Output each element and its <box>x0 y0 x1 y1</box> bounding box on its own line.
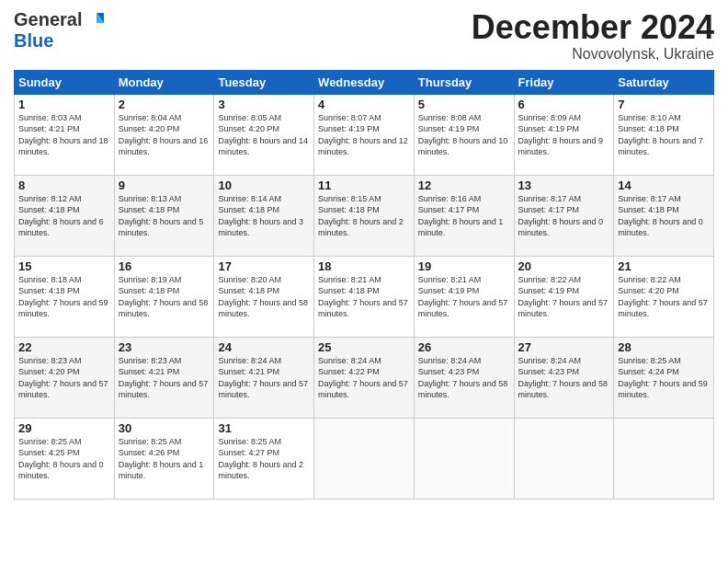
day-number: 29 <box>18 421 110 435</box>
logo: General Blue <box>14 9 104 52</box>
table-row: 7 Sunrise: 8:10 AM Sunset: 4:18 PM Dayli… <box>614 94 714 175</box>
table-row: 28 Sunrise: 8:25 AM Sunset: 4:24 PM Dayl… <box>614 337 714 418</box>
table-row: 14 Sunrise: 8:17 AM Sunset: 4:18 PM Dayl… <box>614 175 714 256</box>
table-row: 22 Sunrise: 8:23 AM Sunset: 4:20 PM Dayl… <box>15 337 115 418</box>
day-number: 26 <box>418 340 510 354</box>
day-info: Sunrise: 8:19 AM Sunset: 4:18 PM Dayligh… <box>119 274 210 320</box>
table-row: 31 Sunrise: 8:25 AM Sunset: 4:27 PM Dayl… <box>214 418 314 499</box>
day-info: Sunrise: 8:24 AM Sunset: 4:23 PM Dayligh… <box>418 355 510 401</box>
day-number: 5 <box>418 98 510 111</box>
calendar-week-row: 1 Sunrise: 8:03 AM Sunset: 4:21 PM Dayli… <box>15 94 714 175</box>
day-info: Sunrise: 8:17 AM Sunset: 4:17 PM Dayligh… <box>518 193 610 239</box>
header-thursday: Thursday <box>414 70 514 94</box>
header-wednesday: Wednesday <box>314 70 415 94</box>
title-block: December 2024 Novovolynsk, Ukraine <box>472 9 714 63</box>
header-sunday: Sunday <box>15 70 115 94</box>
day-info: Sunrise: 8:25 AM Sunset: 4:25 PM Dayligh… <box>18 436 110 482</box>
table-row: 16 Sunrise: 8:19 AM Sunset: 4:18 PM Dayl… <box>114 256 214 337</box>
day-info: Sunrise: 8:21 AM Sunset: 4:19 PM Dayligh… <box>418 274 510 320</box>
day-info: Sunrise: 8:25 AM Sunset: 4:24 PM Dayligh… <box>618 355 710 401</box>
table-row: 4 Sunrise: 8:07 AM Sunset: 4:19 PM Dayli… <box>314 94 415 175</box>
day-number: 2 <box>119 98 210 111</box>
day-number: 20 <box>518 259 610 273</box>
table-row: 19 Sunrise: 8:21 AM Sunset: 4:19 PM Dayl… <box>414 256 514 337</box>
month-title: December 2024 <box>472 9 714 46</box>
table-row <box>514 418 614 499</box>
day-info: Sunrise: 8:24 AM Sunset: 4:21 PM Dayligh… <box>218 355 310 401</box>
day-info: Sunrise: 8:14 AM Sunset: 4:18 PM Dayligh… <box>218 193 310 239</box>
table-row: 27 Sunrise: 8:24 AM Sunset: 4:23 PM Dayl… <box>514 337 614 418</box>
table-row <box>614 418 714 499</box>
subtitle: Novovolynsk, Ukraine <box>472 46 714 63</box>
day-number: 21 <box>618 259 710 273</box>
table-row: 21 Sunrise: 8:22 AM Sunset: 4:20 PM Dayl… <box>614 256 714 337</box>
table-row: 25 Sunrise: 8:24 AM Sunset: 4:22 PM Dayl… <box>314 337 415 418</box>
calendar-week-row: 22 Sunrise: 8:23 AM Sunset: 4:20 PM Dayl… <box>15 337 714 418</box>
day-info: Sunrise: 8:08 AM Sunset: 4:19 PM Dayligh… <box>418 112 510 158</box>
page: General Blue December 2024 Novovolynsk, … <box>0 0 728 563</box>
table-row: 6 Sunrise: 8:09 AM Sunset: 4:19 PM Dayli… <box>514 94 614 175</box>
day-info: Sunrise: 8:22 AM Sunset: 4:20 PM Dayligh… <box>618 274 710 320</box>
day-number: 25 <box>318 340 410 354</box>
table-row: 11 Sunrise: 8:15 AM Sunset: 4:18 PM Dayl… <box>314 175 415 256</box>
table-row: 12 Sunrise: 8:16 AM Sunset: 4:17 PM Dayl… <box>414 175 514 256</box>
header-monday: Monday <box>114 70 214 94</box>
day-number: 10 <box>218 178 310 192</box>
table-row: 24 Sunrise: 8:24 AM Sunset: 4:21 PM Dayl… <box>214 337 314 418</box>
table-row: 23 Sunrise: 8:23 AM Sunset: 4:21 PM Dayl… <box>114 337 214 418</box>
day-number: 28 <box>618 340 710 354</box>
table-row <box>414 418 514 499</box>
calendar: Sunday Monday Tuesday Wednesday Thursday… <box>14 70 714 500</box>
table-row: 29 Sunrise: 8:25 AM Sunset: 4:25 PM Dayl… <box>15 418 115 499</box>
day-info: Sunrise: 8:25 AM Sunset: 4:26 PM Dayligh… <box>119 436 210 482</box>
table-row: 20 Sunrise: 8:22 AM Sunset: 4:19 PM Dayl… <box>514 256 614 337</box>
day-number: 27 <box>518 340 610 354</box>
table-row: 10 Sunrise: 8:14 AM Sunset: 4:18 PM Dayl… <box>214 175 314 256</box>
table-row: 5 Sunrise: 8:08 AM Sunset: 4:19 PM Dayli… <box>414 94 514 175</box>
day-info: Sunrise: 8:18 AM Sunset: 4:18 PM Dayligh… <box>18 274 110 320</box>
header-tuesday: Tuesday <box>214 70 314 94</box>
header-friday: Friday <box>514 70 614 94</box>
day-number: 17 <box>218 259 310 273</box>
day-info: Sunrise: 8:05 AM Sunset: 4:20 PM Dayligh… <box>218 112 310 158</box>
calendar-week-row: 29 Sunrise: 8:25 AM Sunset: 4:25 PM Dayl… <box>15 418 714 499</box>
weekday-header-row: Sunday Monday Tuesday Wednesday Thursday… <box>15 70 714 94</box>
day-number: 11 <box>318 178 410 192</box>
logo-blue-text: Blue <box>14 30 53 51</box>
day-number: 1 <box>18 98 110 111</box>
day-number: 22 <box>18 340 110 354</box>
calendar-week-row: 15 Sunrise: 8:18 AM Sunset: 4:18 PM Dayl… <box>15 256 714 337</box>
day-info: Sunrise: 8:25 AM Sunset: 4:27 PM Dayligh… <box>218 436 310 482</box>
day-info: Sunrise: 8:07 AM Sunset: 4:19 PM Dayligh… <box>318 112 410 158</box>
day-number: 24 <box>218 340 310 354</box>
day-number: 7 <box>618 98 710 111</box>
day-number: 15 <box>18 259 110 273</box>
day-number: 12 <box>418 178 510 192</box>
day-number: 6 <box>518 98 610 111</box>
day-number: 30 <box>119 421 210 435</box>
day-info: Sunrise: 8:21 AM Sunset: 4:18 PM Dayligh… <box>318 274 410 320</box>
day-info: Sunrise: 8:22 AM Sunset: 4:19 PM Dayligh… <box>518 274 610 320</box>
day-info: Sunrise: 8:10 AM Sunset: 4:18 PM Dayligh… <box>618 112 710 158</box>
header: General Blue December 2024 Novovolynsk, … <box>14 9 714 63</box>
logo-icon <box>84 10 104 30</box>
header-saturday: Saturday <box>614 70 714 94</box>
day-info: Sunrise: 8:17 AM Sunset: 4:18 PM Dayligh… <box>618 193 710 239</box>
day-info: Sunrise: 8:20 AM Sunset: 4:18 PM Dayligh… <box>218 274 310 320</box>
logo-general-text: General <box>14 9 82 30</box>
day-number: 18 <box>318 259 410 273</box>
calendar-week-row: 8 Sunrise: 8:12 AM Sunset: 4:18 PM Dayli… <box>15 175 714 256</box>
day-number: 3 <box>218 98 310 111</box>
day-info: Sunrise: 8:15 AM Sunset: 4:18 PM Dayligh… <box>318 193 410 239</box>
day-info: Sunrise: 8:24 AM Sunset: 4:23 PM Dayligh… <box>518 355 610 401</box>
table-row: 8 Sunrise: 8:12 AM Sunset: 4:18 PM Dayli… <box>15 175 115 256</box>
day-info: Sunrise: 8:23 AM Sunset: 4:21 PM Dayligh… <box>119 355 210 401</box>
day-info: Sunrise: 8:03 AM Sunset: 4:21 PM Dayligh… <box>18 112 110 158</box>
day-number: 16 <box>119 259 210 273</box>
table-row: 26 Sunrise: 8:24 AM Sunset: 4:23 PM Dayl… <box>414 337 514 418</box>
day-number: 4 <box>318 98 410 111</box>
day-info: Sunrise: 8:04 AM Sunset: 4:20 PM Dayligh… <box>119 112 210 158</box>
table-row: 17 Sunrise: 8:20 AM Sunset: 4:18 PM Dayl… <box>214 256 314 337</box>
day-number: 8 <box>18 178 110 192</box>
day-info: Sunrise: 8:12 AM Sunset: 4:18 PM Dayligh… <box>18 193 110 239</box>
